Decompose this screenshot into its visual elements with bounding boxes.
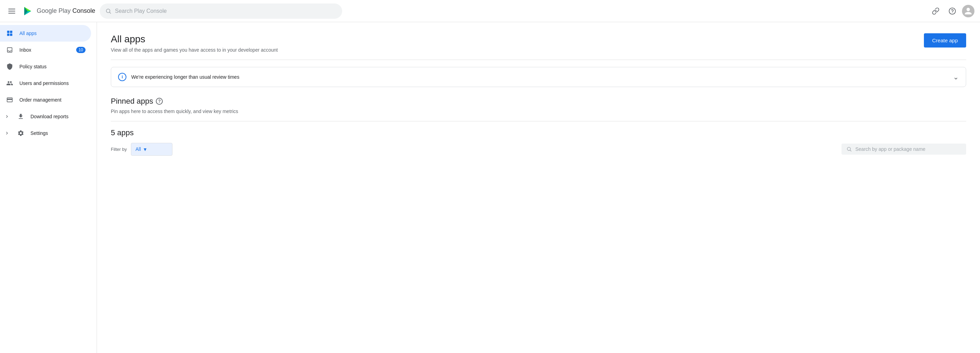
search-apps-icon [846,146,852,152]
sidebar-item-label: Order management [19,97,61,103]
global-search-bar[interactable] [100,3,342,19]
card-icon [6,96,14,104]
inbox-badge: 10 [76,47,86,53]
svg-rect-12 [10,34,13,36]
expand-icon-download [3,112,11,121]
shield-icon [6,62,14,71]
pinned-apps-title: Pinned apps ? [111,97,966,106]
main-content: All apps View all of the apps and games … [97,22,980,353]
svg-rect-11 [7,34,10,36]
link-icon [932,7,940,15]
people-icon [6,79,14,87]
info-icon: i [118,73,126,81]
sidebar: All apps Inbox 10 Policy status [0,22,97,353]
sidebar-item-label: All apps [19,30,37,36]
grid-icon [6,29,14,37]
help-icon [948,7,956,15]
svg-point-8 [952,12,953,13]
search-apps-input[interactable] [855,146,961,152]
page-title: All apps [111,33,278,45]
sidebar-item-all-apps[interactable]: All apps [0,25,91,42]
main-layout: All apps Inbox 10 Policy status [0,22,980,353]
sidebar-item-label: Users and permissions [19,80,68,86]
inbox-icon [6,46,14,54]
gear-icon [17,129,25,137]
expand-icon-settings [3,129,11,137]
header-left: Google Play Console [6,5,95,18]
page-header-left: All apps View all of the apps and games … [111,33,278,53]
sidebar-item-label: Download reports [30,114,68,119]
avatar-icon [964,7,972,15]
sidebar-item-download-reports[interactable]: Download reports [0,108,91,125]
app-header: Google Play Console [0,0,980,22]
notice-banner[interactable]: i We're experiencing longer than usual r… [111,67,966,87]
header-right [929,4,974,18]
pinned-apps-subtitle: Pin apps here to access them quickly, an… [111,109,966,114]
page-subtitle: View all of the apps and games you have … [111,47,278,53]
logo-text: Google Play Console [37,7,95,14]
search-apps-bar[interactable] [842,144,966,155]
sidebar-item-label: Policy status [19,64,47,69]
svg-line-14 [850,150,851,151]
notice-left: i We're experiencing longer than usual r… [118,73,239,81]
link-icon-button[interactable] [929,4,943,18]
filter-label: Filter by [111,147,127,152]
menu-icon[interactable] [6,6,18,16]
filter-row: Filter by All ▾ [111,143,966,156]
search-icon [105,8,111,14]
search-input[interactable] [115,8,337,14]
sidebar-item-policy-status[interactable]: Policy status [0,58,91,75]
notice-text: We're experiencing longer than usual rev… [131,74,239,80]
filter-dropdown[interactable]: All ▾ [131,143,172,156]
pinned-divider [111,121,966,121]
sidebar-item-label: Settings [30,130,48,136]
page-header: All apps View all of the apps and games … [111,33,966,53]
svg-rect-9 [7,31,10,33]
download-icon [17,112,25,121]
sidebar-item-order-management[interactable]: Order management [0,91,91,108]
sidebar-item-settings[interactable]: Settings [0,125,91,142]
logo-area[interactable]: Google Play Console [21,5,95,18]
sidebar-item-label: Inbox [19,47,31,53]
filter-left: Filter by All ▾ [111,143,172,156]
help-icon-button[interactable] [945,4,959,18]
filter-value: All [135,146,141,152]
create-app-button[interactable]: Create app [924,33,966,48]
apps-count: 5 apps [111,128,966,137]
svg-rect-10 [10,31,13,33]
sidebar-item-inbox[interactable]: Inbox 10 [0,42,91,58]
chevron-down-icon: ⌄ [953,73,959,81]
svg-line-6 [110,12,110,13]
avatar[interactable] [962,5,974,18]
sidebar-item-users-permissions[interactable]: Users and permissions [0,75,91,91]
logo-icon [21,5,34,18]
pinned-help-icon[interactable]: ? [156,98,163,105]
header-divider [111,60,966,60]
filter-arrow-icon: ▾ [144,146,146,153]
